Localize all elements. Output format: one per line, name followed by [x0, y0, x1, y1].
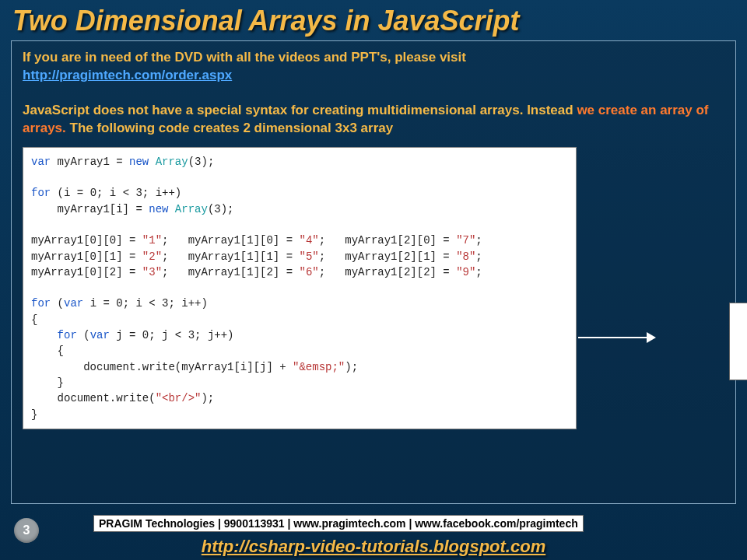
code-text: ( — [77, 329, 90, 341]
str: "4" — [299, 234, 318, 247]
table-row: 789 — [741, 353, 747, 373]
code-text: myArray1[0][1] = — [31, 250, 142, 263]
str: "3" — [142, 266, 162, 278]
slide-title: Two Dimensional Arrays in JavaScript — [0, 0, 747, 40]
desc-part2: The following code creates 2 dimensional… — [66, 121, 393, 135]
matrix-table: 123 456 789 — [739, 308, 747, 375]
code-text: myArray1[0][0] = — [31, 234, 142, 247]
order-link[interactable]: http://pragimtech.com/order.aspx — [23, 68, 232, 82]
code-text: myArray1 = — [51, 156, 129, 168]
blog-link[interactable]: http://csharp-video-tutorials.blogspot.c… — [202, 537, 545, 556]
str: "<br/>" — [156, 392, 202, 404]
code-text: myArray1[1][2] = — [188, 266, 300, 278]
str: "7" — [456, 234, 475, 247]
str: "8" — [456, 250, 475, 263]
code-text: document.write(myArray1[i][j] + — [31, 361, 293, 373]
kw: new — [129, 156, 149, 168]
content-frame: If you are in need of the DVD with all t… — [11, 40, 736, 504]
code-text: myArray1[2][1] = — [345, 250, 456, 263]
intro-block: If you are in need of the DVD with all t… — [23, 49, 724, 85]
fn: Array — [149, 156, 188, 168]
str: "1" — [142, 234, 162, 247]
table-row: 456 — [741, 331, 747, 352]
result-matrix: 123 456 789 — [729, 303, 747, 380]
description-block: JavaScript does not have a special synta… — [23, 102, 724, 138]
kw: for — [31, 187, 51, 199]
code-text: document.write( — [31, 392, 156, 404]
str: "5" — [299, 250, 318, 263]
footer-link-wrap: http://csharp-video-tutorials.blogspot.c… — [0, 537, 747, 557]
str: "2" — [142, 250, 162, 263]
code-text: (i = 0; i < 3; i++) — [51, 187, 181, 199]
kw: var — [64, 297, 83, 310]
code-text: (3); — [208, 203, 234, 215]
str: "&emsp;" — [293, 361, 345, 373]
footer: 3 PRAGIM Technologies | 9900113931 | www… — [0, 513, 747, 560]
cell: 7 — [741, 353, 747, 373]
code-text: myArray1[2][0] = — [345, 234, 456, 247]
str: "6" — [299, 266, 318, 278]
fn: Array — [168, 203, 207, 215]
arrow-icon — [578, 337, 654, 338]
code-text: myArray1[0][2] = — [31, 266, 142, 278]
kw: for — [58, 329, 77, 341]
cell: 4 — [741, 331, 747, 352]
cell: 1 — [741, 310, 747, 330]
code-text: myArray1[2][2] = — [345, 266, 456, 278]
desc-part1: JavaScript does not have a special synta… — [23, 103, 577, 117]
intro-line1: If you are in need of the DVD with all t… — [23, 50, 466, 65]
code-text: (3); — [188, 156, 215, 168]
table-row: 123 — [741, 310, 747, 330]
code-text: i = 0; i < 3; i++) — [83, 297, 208, 310]
str: "9" — [456, 266, 475, 278]
code-block: var myArray1 = new Array(3); for (i = 0;… — [23, 147, 577, 429]
code-text: ); — [201, 392, 214, 404]
kw: new — [149, 203, 168, 215]
code-text: j = 0; j < 3; j++) — [110, 329, 234, 341]
code-text: myArray1[i] = — [31, 203, 149, 215]
code-text: ); — [345, 361, 358, 373]
code-text: myArray1[1][0] = — [188, 234, 300, 247]
kw: var — [90, 329, 110, 341]
code-text: myArray1[1][1] = — [188, 250, 300, 263]
footer-info: PRAGIM Technologies | 9900113931 | www.p… — [93, 515, 584, 532]
code-text: ( — [51, 297, 64, 310]
kw: var — [31, 156, 51, 168]
kw: for — [31, 297, 51, 310]
